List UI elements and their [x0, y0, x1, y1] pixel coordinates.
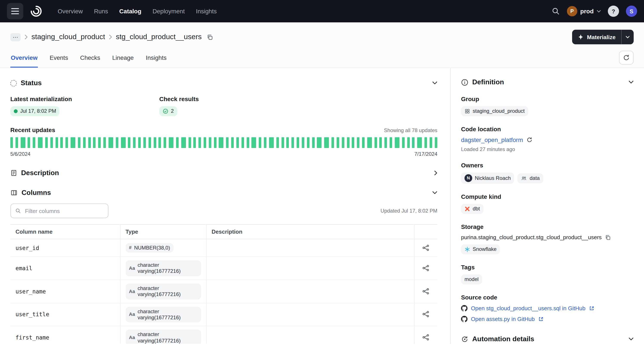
- tab-lineage[interactable]: Lineage: [112, 48, 134, 67]
- update-tick[interactable]: [337, 137, 339, 148]
- update-tick[interactable]: [60, 137, 63, 148]
- update-tick[interactable]: [380, 137, 382, 148]
- menu-button[interactable]: [7, 3, 23, 19]
- update-tick[interactable]: [33, 137, 36, 148]
- view-column-lineage-button[interactable]: [422, 333, 430, 342]
- refresh-button[interactable]: [619, 51, 634, 64]
- update-tick[interactable]: [307, 137, 309, 148]
- user-avatar[interactable]: S: [626, 5, 637, 17]
- update-tick[interactable]: [276, 137, 279, 148]
- update-tick[interactable]: [281, 137, 284, 148]
- update-tick[interactable]: [55, 137, 58, 148]
- update-tick[interactable]: [286, 137, 289, 148]
- update-tick[interactable]: [169, 137, 174, 148]
- storage-platform-badge[interactable]: Snowflake: [461, 244, 500, 254]
- nav-item-insights[interactable]: Insights: [196, 8, 217, 15]
- update-tick[interactable]: [374, 137, 377, 148]
- update-tick[interactable]: [324, 137, 329, 148]
- update-tick[interactable]: [133, 137, 136, 148]
- update-tick[interactable]: [385, 137, 387, 148]
- update-tick[interactable]: [231, 137, 234, 148]
- update-tick[interactable]: [198, 137, 201, 148]
- update-tick[interactable]: [20, 137, 25, 148]
- breadcrumb-overflow-button[interactable]: ⋯: [10, 33, 21, 41]
- update-tick[interactable]: [317, 137, 322, 148]
- deployment-switcher[interactable]: P prod: [567, 6, 601, 16]
- update-tick[interactable]: [395, 137, 400, 148]
- nav-item-runs[interactable]: Runs: [94, 8, 108, 15]
- update-tick[interactable]: [209, 137, 211, 148]
- update-tick[interactable]: [66, 137, 68, 148]
- nav-item-overview[interactable]: Overview: [58, 8, 83, 15]
- update-tick[interactable]: [352, 137, 354, 148]
- update-tick[interactable]: [214, 137, 216, 148]
- update-tick[interactable]: [83, 137, 86, 148]
- update-tick[interactable]: [269, 137, 274, 148]
- update-tick[interactable]: [342, 137, 344, 148]
- update-tick[interactable]: [93, 137, 96, 148]
- update-tick[interactable]: [70, 137, 75, 148]
- update-tick[interactable]: [259, 137, 262, 148]
- view-column-lineage-button[interactable]: [422, 264, 430, 272]
- tag-badge[interactable]: model: [461, 275, 482, 284]
- automation-collapse-button[interactable]: [628, 337, 634, 341]
- update-tick[interactable]: [143, 137, 146, 148]
- update-tick[interactable]: [264, 137, 266, 148]
- breadcrumb-group-link[interactable]: staging_cloud_product: [32, 33, 105, 41]
- team-badge[interactable]: data: [518, 173, 543, 183]
- update-tick[interactable]: [424, 137, 427, 148]
- code-location-link[interactable]: dagster_open_platform: [461, 136, 523, 143]
- update-tick[interactable]: [219, 137, 224, 148]
- update-tick[interactable]: [16, 137, 18, 148]
- update-tick[interactable]: [194, 137, 196, 148]
- update-tick[interactable]: [246, 137, 249, 148]
- search-button[interactable]: [552, 7, 560, 15]
- tab-checks[interactable]: Checks: [80, 48, 100, 67]
- open-sql-in-github-link[interactable]: Open stg_cloud_product__users.sql in Git…: [471, 305, 586, 312]
- update-tick[interactable]: [302, 137, 304, 148]
- materialize-dropdown-button[interactable]: [621, 30, 634, 44]
- update-tick[interactable]: [78, 137, 80, 148]
- dagster-logo[interactable]: [28, 3, 44, 19]
- update-tick[interactable]: [252, 137, 256, 148]
- update-tick[interactable]: [148, 137, 151, 148]
- update-tick[interactable]: [10, 137, 13, 148]
- update-tick[interactable]: [226, 137, 229, 148]
- nav-item-catalog[interactable]: Catalog: [119, 8, 142, 15]
- update-tick[interactable]: [347, 137, 349, 148]
- update-tick[interactable]: [98, 137, 101, 148]
- update-tick[interactable]: [88, 137, 90, 148]
- help-button[interactable]: ?: [608, 5, 619, 17]
- update-tick[interactable]: [181, 137, 186, 148]
- description-expand-button[interactable]: [434, 170, 437, 176]
- update-tick[interactable]: [296, 137, 299, 148]
- update-tick[interactable]: [176, 137, 179, 148]
- update-tick[interactable]: [45, 137, 48, 148]
- update-tick[interactable]: [121, 137, 126, 148]
- update-tick[interactable]: [407, 137, 410, 148]
- view-column-lineage-button[interactable]: [422, 310, 430, 319]
- update-tick[interactable]: [357, 137, 360, 148]
- update-tick[interactable]: [38, 137, 42, 148]
- update-tick[interactable]: [188, 137, 191, 148]
- tab-insights[interactable]: Insights: [145, 48, 167, 67]
- check-results-badge[interactable]: 2: [159, 106, 177, 116]
- update-tick[interactable]: [242, 137, 244, 148]
- materialize-button[interactable]: Materialize: [572, 30, 621, 44]
- update-tick[interactable]: [430, 137, 432, 148]
- update-tick[interactable]: [367, 137, 372, 148]
- update-tick[interactable]: [312, 137, 314, 148]
- owner-badge[interactable]: N Nicklaus Roach: [461, 173, 514, 184]
- update-tick[interactable]: [50, 137, 53, 148]
- update-tick[interactable]: [108, 137, 113, 148]
- update-tick[interactable]: [332, 137, 334, 148]
- update-tick[interactable]: [159, 137, 161, 148]
- update-tick[interactable]: [402, 137, 405, 148]
- view-column-lineage-button[interactable]: [422, 243, 430, 252]
- update-tick[interactable]: [362, 137, 364, 148]
- update-tick[interactable]: [138, 137, 141, 148]
- reload-code-location-button[interactable]: [526, 137, 532, 143]
- update-tick[interactable]: [28, 137, 30, 148]
- update-tick[interactable]: [116, 137, 118, 148]
- update-tick[interactable]: [164, 137, 166, 148]
